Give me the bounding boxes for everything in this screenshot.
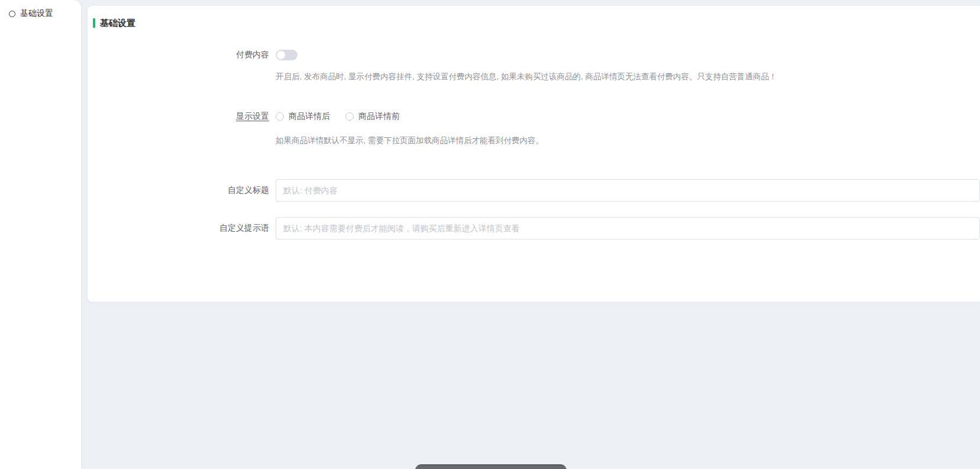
custom-title-input[interactable] <box>276 179 980 202</box>
paid-content-help: 开启后, 发布商品时, 显示付费内容挂件, 支持设置付费内容信息, 如果未购买过… <box>276 72 956 81</box>
custom-title-row: 自定义标题 <box>88 179 980 202</box>
bottom-action-button[interactable] <box>415 464 567 469</box>
radio-option-after-detail[interactable]: 商品详情后 <box>276 111 330 122</box>
settings-card: 基础设置 付费内容 开启后, 发布商品时, 显示付费内容挂件, 支持设置付费内容… <box>88 6 980 302</box>
toggle-knob <box>277 51 285 59</box>
paid-content-row: 付费内容 <box>88 50 980 60</box>
sidebar-item-basic-settings[interactable]: 基础设置 <box>0 0 81 19</box>
page-title: 基础设置 <box>100 18 135 29</box>
circle-icon <box>9 11 15 17</box>
sidebar-item-label: 基础设置 <box>20 8 53 19</box>
radio-icon[interactable] <box>345 112 354 121</box>
sidebar: 基础设置 <box>0 0 82 469</box>
radio-label: 商品详情后 <box>289 111 330 122</box>
radio-label: 商品详情前 <box>358 111 400 122</box>
custom-prompt-row: 自定义提示语 <box>88 217 980 240</box>
radio-icon[interactable] <box>276 112 284 121</box>
display-setting-label: 显示设置 <box>88 111 269 122</box>
display-setting-help: 如果商品详情默认不显示, 需要下拉页面加载商品详情后才能看到付费内容。 <box>276 136 956 145</box>
card-header: 基础设置 <box>93 18 980 28</box>
paid-content-toggle[interactable] <box>276 50 297 60</box>
accent-bar-icon <box>93 18 95 28</box>
radio-option-before-detail[interactable]: 商品详情前 <box>345 111 400 122</box>
paid-content-label: 付费内容 <box>88 50 269 60</box>
custom-title-label: 自定义标题 <box>88 185 269 196</box>
custom-prompt-label: 自定义提示语 <box>88 223 269 234</box>
custom-prompt-input[interactable] <box>276 217 980 240</box>
display-setting-row: 显示设置 商品详情后 商品详情前 <box>88 112 980 121</box>
